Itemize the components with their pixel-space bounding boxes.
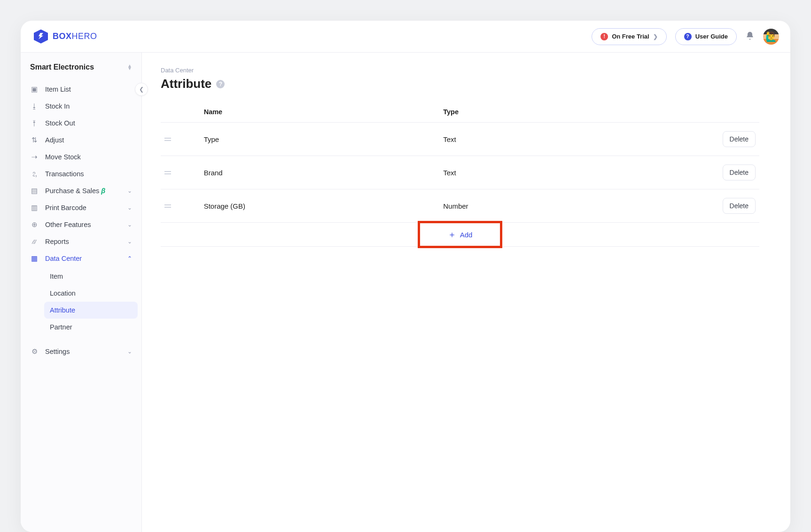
cell-name[interactable]: Type <box>200 123 440 156</box>
cell-name[interactable]: Storage (GB) <box>200 189 440 223</box>
sidebar-item-label: Other Features <box>45 221 121 228</box>
org-name: Smart Electronics <box>30 63 94 71</box>
topbar: BOXHERO ! On Free Trial ❯ ? User Guide 🙋… <box>21 21 790 53</box>
col-type: Type <box>439 102 679 123</box>
sidebar-item-item-list[interactable]: ▣ Item List <box>24 81 138 98</box>
sidebar-item-label: Stock In <box>45 102 132 110</box>
sidebar-item-label: Settings <box>45 348 121 355</box>
adjust-icon: ⇅ <box>30 136 39 144</box>
sidebar-item-transactions[interactable]: 🄃 Transactions <box>24 165 138 182</box>
brand-logo-icon <box>34 30 48 44</box>
delete-button[interactable]: Delete <box>723 164 756 180</box>
sidebar-item-settings[interactable]: ⚙ Settings ⌄ <box>24 343 138 360</box>
document-icon: ▤ <box>30 187 39 195</box>
cell-type[interactable]: Number <box>439 189 679 223</box>
user-guide-button[interactable]: ? User Guide <box>675 28 737 45</box>
database-icon: ▦ <box>30 255 39 262</box>
brand-hero: HERO <box>72 31 97 41</box>
topbar-actions: ! On Free Trial ❯ ? User Guide 🙋‍♂️ <box>592 28 779 45</box>
col-name: Name <box>200 102 440 123</box>
chevron-down-icon: ⌄ <box>127 238 132 245</box>
sidebar-item-label: Reports <box>45 238 121 245</box>
sidebar-item-label: Purchase & Salesβ <box>45 187 121 195</box>
sidebar-item-adjust[interactable]: ⇅ Adjust <box>24 132 138 149</box>
delete-button[interactable]: Delete <box>723 198 756 214</box>
gear-icon: ⚙ <box>30 348 39 355</box>
subitem-partner[interactable]: Partner <box>44 319 138 336</box>
sidebar-item-label: Adjust <box>45 136 132 144</box>
chevron-down-icon: ⌄ <box>127 204 132 211</box>
sidebar-item-label: Item List <box>45 86 132 93</box>
add-button[interactable]: ＋ Add <box>437 223 484 246</box>
arrow-right-icon: ⇢ <box>30 153 39 161</box>
subitem-location[interactable]: Location <box>44 285 138 302</box>
plus-circle-icon: ⊕ <box>30 221 39 228</box>
beta-badge: β <box>101 187 105 195</box>
page-title: Attribute <box>161 77 211 91</box>
chevron-down-icon: ⌄ <box>127 221 132 228</box>
page-title-row: Attribute ? <box>161 77 759 91</box>
chevron-right-icon: ❯ <box>653 33 658 40</box>
brand[interactable]: BOXHERO <box>34 30 97 44</box>
sidebar-item-label: Print Barcode <box>45 204 121 211</box>
cell-type[interactable]: Text <box>439 123 679 156</box>
app-frame: BOXHERO ! On Free Trial ❯ ? User Guide 🙋… <box>21 21 790 532</box>
sidebar-item-stock-out[interactable]: ⭱ Stock Out <box>24 115 138 132</box>
org-selector[interactable]: Smart Electronics ▲▼ <box>21 53 141 79</box>
sidebar-item-print-barcode[interactable]: ▥ Print Barcode ⌄ <box>24 199 138 216</box>
alert-icon: ! <box>600 33 608 40</box>
sidebar-item-label: Move Stock <box>45 153 132 161</box>
trial-label: On Free Trial <box>612 33 649 40</box>
barcode-icon: ▥ <box>30 204 39 211</box>
avatar[interactable]: 🙋‍♂️ <box>763 29 779 45</box>
col-action <box>679 102 759 123</box>
col-handle <box>161 102 200 123</box>
main-content: Data Center Attribute ? Name Type <box>142 53 790 532</box>
help-icon[interactable]: ? <box>216 80 225 88</box>
sidebar-item-other-features[interactable]: ⊕ Other Features ⌄ <box>24 216 138 233</box>
chevron-up-icon: ⌃ <box>127 255 132 262</box>
sidebar-item-data-center[interactable]: ▦ Data Center ⌃ <box>24 250 138 267</box>
brand-box: BOX <box>53 31 72 41</box>
box-icon: ▣ <box>30 86 39 93</box>
chevron-down-icon: ⌄ <box>127 348 132 355</box>
add-row: ＋ Add <box>161 223 759 247</box>
transactions-icon: 🄃 <box>30 170 39 178</box>
guide-label: User Guide <box>695 33 728 40</box>
sidebar-item-label: Stock Out <box>45 119 132 127</box>
drag-handle[interactable] <box>161 156 200 189</box>
trial-button[interactable]: ! On Free Trial ❯ <box>592 28 666 45</box>
table-row: Type Text Delete <box>161 123 759 156</box>
brand-text: BOXHERO <box>53 31 97 41</box>
drag-handle[interactable] <box>161 123 200 156</box>
data-center-submenu: Item Location Attribute Partner <box>24 267 138 336</box>
delete-button[interactable]: Delete <box>723 131 756 147</box>
attribute-table: Name Type Type Text Delete Brand <box>161 102 759 223</box>
sort-icon: ▲▼ <box>127 64 132 70</box>
sidebar-item-stock-in[interactable]: ⭳ Stock In <box>24 98 138 115</box>
upload-icon: ⭱ <box>30 119 39 127</box>
add-label: Add <box>460 231 473 239</box>
cell-type[interactable]: Text <box>439 156 679 189</box>
sidebar-item-reports[interactable]: ⫻ Reports ⌄ <box>24 233 138 250</box>
cell-name[interactable]: Brand <box>200 156 440 189</box>
sidebar-item-purchase-sales[interactable]: ▤ Purchase & Salesβ ⌄ <box>24 182 138 199</box>
sidebar-item-label: Data Center <box>45 255 121 262</box>
chevron-down-icon: ⌄ <box>127 188 132 194</box>
sidebar-item-label: Transactions <box>45 170 132 178</box>
download-icon: ⭳ <box>30 102 39 110</box>
table-row: Brand Text Delete <box>161 156 759 189</box>
sidebar: ❮ Smart Electronics ▲▼ ▣ Item List ⭳ Sto… <box>21 53 142 532</box>
nav: ▣ Item List ⭳ Stock In ⭱ Stock Out ⇅ Adj… <box>21 79 141 362</box>
subitem-attribute[interactable]: Attribute <box>44 302 138 319</box>
plus-icon: ＋ <box>448 230 456 239</box>
sidebar-collapse-button[interactable]: ❮ <box>135 83 148 96</box>
help-icon: ? <box>684 33 692 40</box>
chart-icon: ⫻ <box>30 238 39 245</box>
sidebar-item-move-stock[interactable]: ⇢ Move Stock <box>24 149 138 165</box>
table-row: Storage (GB) Number Delete <box>161 189 759 223</box>
subitem-item[interactable]: Item <box>44 268 138 285</box>
notifications-icon[interactable] <box>745 31 755 42</box>
drag-handle[interactable] <box>161 189 200 223</box>
breadcrumb: Data Center <box>161 67 759 74</box>
